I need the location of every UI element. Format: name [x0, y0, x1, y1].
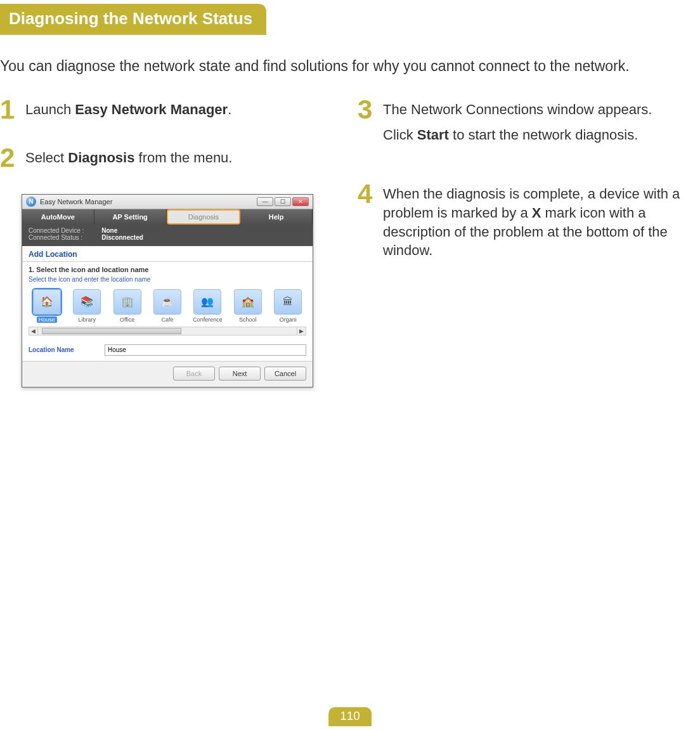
office-icon: 🏢 [113, 289, 141, 315]
wizard-step-title: 1. Select the icon and location name Sel… [22, 262, 313, 283]
location-label: School [239, 316, 257, 323]
steps-columns: 1 Launch Easy Network Manager. 2 Select … [0, 98, 700, 388]
location-item-school[interactable]: 🏫School [230, 289, 266, 323]
tab-help[interactable]: Help [240, 209, 313, 225]
tab-automove[interactable]: AutoMove [22, 209, 94, 225]
scrollbar-thumb[interactable] [42, 328, 181, 334]
page-number: 110 [328, 707, 372, 726]
step-2: 2 Select Diagnosis from the menu. [0, 146, 342, 170]
wizard-button-row: Back Next Cancel [22, 361, 313, 387]
status-status-value: Disconnected [101, 234, 143, 241]
text: . [228, 101, 231, 117]
conference-icon: 👥 [193, 289, 221, 315]
location-label: Office [120, 316, 134, 323]
location-item-house[interactable]: 🏠House [29, 289, 65, 323]
maximize-button[interactable]: ☐ [275, 197, 291, 206]
school-icon: 🏫 [234, 289, 262, 315]
location-label: Organi [280, 316, 297, 323]
app-icon: N [26, 197, 36, 207]
cancel-button[interactable]: Cancel [264, 367, 306, 381]
wizard-title: 1. Select the icon and location name [29, 266, 149, 273]
step-4: 4 When the diagnosis is complete, a devi… [358, 182, 700, 260]
tab-bar: AutoMove AP Setting Diagnosis Help [22, 209, 313, 225]
add-location-header: Add Location [22, 246, 313, 262]
minimize-button[interactable]: — [257, 197, 273, 206]
scroll-right-arrow[interactable]: ▶ [297, 327, 306, 335]
tab-apsetting[interactable]: AP Setting [94, 209, 167, 225]
text: Launch [25, 101, 75, 117]
step-3: 3 The Network Connections window appears… [358, 98, 700, 144]
step-1: 1 Launch Easy Network Manager. [0, 98, 342, 122]
window-controls: — ☐ ✕ [257, 197, 309, 206]
section-heading: Diagnosing the Network Status [0, 4, 266, 35]
step-text: The Network Connections window appears. … [383, 98, 652, 144]
location-label: Conference [193, 316, 223, 323]
close-button[interactable]: ✕ [292, 197, 309, 206]
house-icon: 🏠 [33, 289, 61, 315]
back-button[interactable]: Back [173, 367, 215, 381]
library-icon: 📚 [73, 289, 101, 315]
location-item-cafe[interactable]: ☕Cafe [149, 289, 185, 323]
step-number: 4 [358, 182, 377, 206]
horizontal-scrollbar[interactable]: ◀ ▶ [29, 327, 306, 336]
location-item-conference[interactable]: 👥Conference [190, 289, 226, 323]
text-bold: X [532, 205, 541, 221]
organization-icon: 🏛 [274, 289, 302, 315]
location-label: Cafe [161, 316, 173, 323]
location-name-label: Location Name [29, 346, 105, 353]
titlebar: N Easy Network Manager — ☐ ✕ [22, 195, 313, 209]
scroll-left-arrow[interactable]: ◀ [29, 327, 38, 335]
location-label: House [37, 316, 57, 323]
window-title: Easy Network Manager [40, 198, 257, 205]
location-name-row: Location Name [22, 336, 313, 361]
status-status-label: Connected Status : [29, 234, 82, 241]
text-bold: Diagnosis [68, 150, 134, 166]
location-item-office[interactable]: 🏢Office [109, 289, 145, 323]
step-number: 3 [358, 98, 377, 122]
intro-text: You can diagnose the network state and f… [0, 56, 696, 76]
location-label: Library [78, 316, 96, 323]
text-bold: Start [417, 127, 449, 143]
next-button[interactable]: Next [219, 367, 261, 381]
location-item-library[interactable]: 📚Library [68, 289, 105, 323]
wizard-subtitle: Select the icon and enter the location n… [29, 276, 306, 283]
text: from the menu. [134, 150, 232, 166]
location-name-input[interactable] [105, 344, 306, 356]
step-text: When the diagnosis is complete, a device… [383, 182, 700, 260]
text: Select [25, 150, 68, 166]
text: Click [383, 127, 417, 143]
step-number: 1 [0, 98, 19, 122]
left-column: 1 Launch Easy Network Manager. 2 Select … [0, 98, 342, 388]
status-device-label: Connected Device : [29, 227, 84, 234]
step-number: 2 [0, 146, 19, 170]
location-icon-row: 🏠House 📚Library 🏢Office ☕Cafe 👥Conferenc… [22, 283, 313, 325]
text: The Network Connections window appears. [383, 100, 652, 119]
text-bold: Easy Network Manager [75, 101, 228, 117]
app-window: N Easy Network Manager — ☐ ✕ AutoMove AP… [22, 194, 313, 388]
text: to start the network diagnosis. [449, 127, 638, 143]
step-text: Launch Easy Network Manager. [25, 98, 231, 119]
status-device-value: None [101, 227, 143, 234]
step-text: Select Diagnosis from the menu. [25, 146, 232, 167]
status-row: Connected Device : Connected Status : No… [22, 225, 313, 246]
location-item-organi[interactable]: 🏛Organi [270, 289, 306, 323]
tab-diagnosis[interactable]: Diagnosis [167, 209, 241, 225]
right-column: 3 The Network Connections window appears… [358, 98, 700, 388]
cafe-icon: ☕ [153, 289, 181, 315]
